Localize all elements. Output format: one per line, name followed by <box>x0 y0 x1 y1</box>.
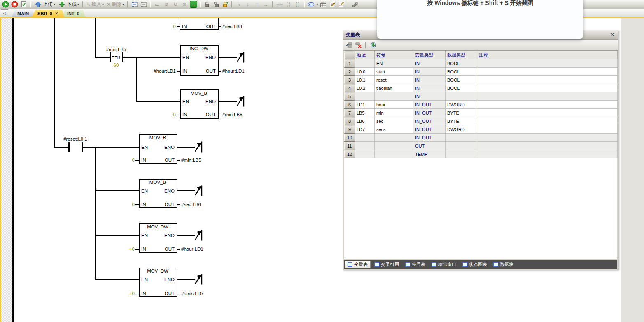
cell-dtype[interactable]: BOOL <box>446 59 477 68</box>
header-address[interactable]: 地址 <box>355 51 375 59</box>
cell-sym[interactable] <box>375 92 413 101</box>
ladder-canvas[interactable]: 0 IN OUT #sec:LB6 #min:LB5 ==B 60 INC_DW… <box>0 0 329 322</box>
cell-addr[interactable] <box>355 134 375 142</box>
dock-tab-4[interactable]: 输出窗口 <box>429 261 459 268</box>
cell-vtype[interactable]: IN_OUT <box>413 134 446 142</box>
cell-sym[interactable]: sec <box>375 117 413 125</box>
address-tag-caret-icon[interactable]: ▾ <box>316 2 318 6</box>
cell-sym[interactable]: tiaobian <box>375 84 413 92</box>
cell-addr[interactable] <box>355 142 375 150</box>
row-number-cell[interactable]: 12 <box>345 150 355 158</box>
cell-dtype[interactable] <box>446 134 477 142</box>
row-number-cell[interactable]: 4 <box>345 84 355 92</box>
cell-dtype[interactable] <box>446 142 477 150</box>
row-number-cell[interactable]: 8 <box>345 117 355 125</box>
cell-addr[interactable]: LB6 <box>355 117 375 125</box>
row-number-cell[interactable]: 2 <box>345 68 355 76</box>
compile-icon[interactable] <box>20 0 28 8</box>
cell-vtype[interactable]: IN_OUT <box>413 125 446 134</box>
header-comment[interactable]: 注释 <box>477 51 618 59</box>
cell-sym[interactable] <box>375 134 413 142</box>
cell-sym[interactable] <box>375 142 413 150</box>
cell-dtype[interactable]: BOOL <box>446 68 477 76</box>
address-table-icon[interactable]: HKO <box>319 0 327 8</box>
cell-vtype[interactable]: OUT <box>413 142 446 150</box>
cell-comment[interactable] <box>477 150 618 158</box>
row-number-cell[interactable]: 3 <box>345 76 355 84</box>
cell-comment[interactable] <box>477 84 618 92</box>
dock-tab-1[interactable]: 变量表 <box>345 261 371 268</box>
cell-comment[interactable] <box>477 59 618 68</box>
upload-button[interactable]: 上传 ▾ <box>33 0 56 9</box>
dock-tab-6[interactable]: 数据块 <box>491 261 516 268</box>
lock-add-icon[interactable] <box>221 0 229 8</box>
download-caret-icon[interactable]: ▾ <box>77 2 79 6</box>
row-number-cell[interactable]: 9 <box>345 125 355 134</box>
cell-sym[interactable]: min <box>375 109 413 117</box>
dock-tab-3[interactable]: 符号表 <box>403 261 428 268</box>
tab-sbr0[interactable]: SBR_0 ✕ <box>32 10 64 17</box>
inc-dw-block[interactable]: INC_DW EN ENO #hour:LD1 IN OUT #hour:LD1 <box>154 45 244 75</box>
row-number-cell[interactable]: 5 <box>345 92 355 101</box>
mov-block-1[interactable]: MOV_B EN ENO 0 IN OUT #min:LB5 <box>132 135 201 163</box>
cell-comment[interactable] <box>477 117 618 125</box>
go-button[interactable]: → <box>189 0 197 8</box>
cell-addr[interactable] <box>355 92 375 101</box>
cell-comment[interactable] <box>477 134 618 142</box>
cell-sym[interactable]: reset <box>375 76 413 84</box>
lock-icon[interactable] <box>203 0 211 8</box>
cell-vtype[interactable]: IN <box>413 59 446 68</box>
cell-dtype[interactable]: DWORD <box>446 101 477 109</box>
cell-vtype[interactable]: IN <box>413 76 446 84</box>
row-number-cell[interactable]: 6 <box>345 101 355 109</box>
cell-vtype[interactable]: TEMP <box>413 150 446 158</box>
network-next-icon[interactable] <box>140 0 147 8</box>
cell-vtype[interactable]: IN <box>413 92 446 101</box>
cell-vtype[interactable]: IN <box>413 68 446 76</box>
cell-comment[interactable] <box>477 68 618 76</box>
cell-sym[interactable]: hour <box>375 101 413 109</box>
cell-vtype[interactable]: IN_OUT <box>413 117 446 125</box>
tab-int0[interactable]: INT_0 <box>61 10 85 17</box>
mov-block-2[interactable]: MOV_B EN ENO 0 IN OUT #sec:LB6 <box>132 179 201 208</box>
cell-addr[interactable] <box>355 59 375 68</box>
run-button[interactable] <box>2 0 9 8</box>
header-corner[interactable] <box>345 51 355 59</box>
cell-comment[interactable] <box>477 125 618 134</box>
insert-row-icon[interactable] <box>345 42 352 49</box>
cell-dtype[interactable] <box>446 150 477 158</box>
cell-addr[interactable]: LB5 <box>355 109 375 117</box>
cell-vtype[interactable]: IN <box>413 84 446 92</box>
tab-close-icon[interactable]: ✕ <box>55 11 58 16</box>
cell-dtype[interactable] <box>446 92 477 101</box>
cell-dtype[interactable]: BOOL <box>446 84 477 92</box>
row-number-cell[interactable]: 1 <box>345 59 355 68</box>
cell-comment[interactable] <box>477 109 618 117</box>
tab-main[interactable]: MAIN <box>12 10 35 17</box>
cell-addr[interactable]: L0.1 <box>355 76 375 84</box>
cell-addr[interactable]: LD1 <box>355 101 375 109</box>
cell-comment[interactable] <box>477 92 618 101</box>
network-prev-icon[interactable] <box>131 0 138 8</box>
cell-sym[interactable]: start <box>375 68 413 76</box>
row-number-cell[interactable]: 11 <box>345 142 355 150</box>
stop-button[interactable] <box>11 0 19 8</box>
cell-dtype[interactable]: BYTE <box>446 109 477 117</box>
cell-addr[interactable]: L0.0 <box>355 68 375 76</box>
unlock-icon[interactable] <box>212 0 220 8</box>
cell-addr[interactable]: LD7 <box>355 125 375 134</box>
tools-icon[interactable] <box>351 0 359 8</box>
cell-addr[interactable] <box>355 150 375 158</box>
edit-symbol-icon[interactable]: HKO <box>337 0 345 8</box>
upload-caret-icon[interactable]: ▾ <box>54 2 55 6</box>
header-symbol[interactable]: 符号 <box>375 51 413 59</box>
cell-vtype[interactable]: IN_OUT <box>413 109 446 117</box>
cell-dtype[interactable]: BOOL <box>446 76 477 84</box>
row-number-cell[interactable]: 10 <box>345 134 355 142</box>
cell-addr[interactable]: L0.2 <box>355 84 375 92</box>
reset-contact[interactable]: #reset:L0.1 <box>63 136 87 152</box>
cell-vtype[interactable]: IN_OUT <box>413 101 446 109</box>
delete-row-icon[interactable] <box>355 42 362 49</box>
mov-b-block[interactable]: MOV_B EN ENO 0 IN OUT #min:LB5 <box>173 90 243 119</box>
ladder-top-block[interactable]: 0 IN OUT #sec:LB6 <box>173 24 242 29</box>
